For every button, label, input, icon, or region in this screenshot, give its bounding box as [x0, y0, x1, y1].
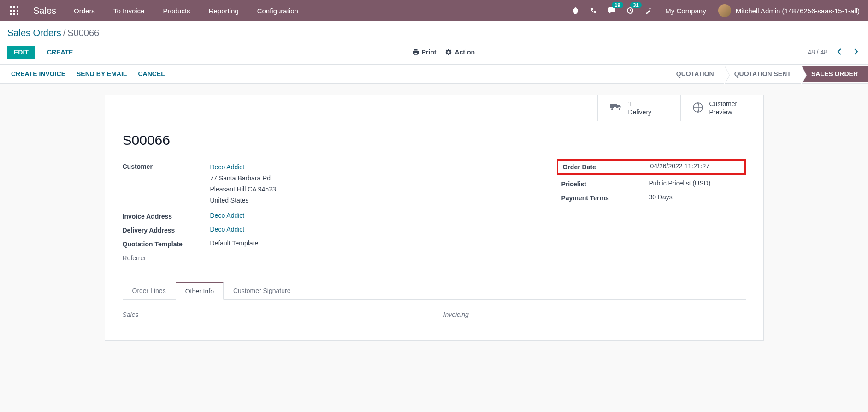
- field-referrer: Referrer: [123, 253, 543, 262]
- label-invoice-address: Invoice Address: [123, 212, 210, 220]
- chevron-right-icon: [853, 48, 859, 55]
- delivery-address-link[interactable]: Deco Addict: [210, 226, 245, 233]
- svg-rect-8: [17, 13, 18, 15]
- field-payment-terms: Payment Terms 30 Days: [561, 193, 746, 202]
- tabs: Order Lines Other Info Customer Signatur…: [123, 282, 746, 300]
- order-name: S00066: [123, 132, 746, 148]
- customer-addr-line2: Pleasant Hill CA 94523: [210, 185, 276, 193]
- action-label: Action: [455, 48, 475, 56]
- statusbar-row: CREATE INVOICE SEND BY EMAIL CANCEL QUOT…: [0, 64, 868, 84]
- value-pricelist: Public Pricelist (USD): [649, 179, 746, 187]
- menu-configuration[interactable]: Configuration: [248, 0, 307, 21]
- svg-rect-5: [17, 10, 18, 12]
- create-button[interactable]: CREATE: [41, 46, 80, 59]
- cp-right: 48 / 48: [808, 46, 861, 59]
- tab-customer-signature[interactable]: Customer Signature: [224, 282, 301, 300]
- delivery-stat-button[interactable]: 1 Delivery: [597, 95, 680, 121]
- label-delivery-address: Delivery Address: [123, 226, 210, 234]
- value-quotation-template: Default Template: [210, 239, 543, 247]
- svg-rect-0: [10, 6, 12, 8]
- value-order-date: 04/26/2022 11:21:27: [650, 162, 740, 170]
- tab-other-info[interactable]: Other Info: [176, 282, 224, 300]
- customer-addr-line1: 77 Santa Barbara Rd: [210, 174, 271, 182]
- preview-label1: Customer: [709, 100, 738, 108]
- sheet-body: S00066 Customer Deco Addict 77 Santa Bar…: [105, 121, 763, 340]
- user-name-label: Mitchell Admin (14876256-saas-15-1-all): [736, 7, 860, 15]
- pager-next[interactable]: [851, 46, 861, 59]
- breadcrumb: Sales Orders / S00066: [7, 28, 861, 38]
- value-payment-terms: 30 Days: [649, 193, 746, 201]
- breadcrumb-sep: /: [63, 28, 66, 38]
- breadcrumb-root[interactable]: Sales Orders: [7, 28, 61, 38]
- activities-icon[interactable]: 31: [621, 0, 639, 21]
- chevron-left-icon: [837, 48, 842, 55]
- apps-icon[interactable]: [4, 6, 25, 15]
- menu-reporting[interactable]: Reporting: [200, 0, 248, 21]
- globe-icon: [693, 102, 703, 114]
- truck-icon: [610, 103, 622, 113]
- delivery-label: Delivery: [628, 108, 652, 116]
- form-columns: Customer Deco Addict 77 Santa Barbara Rd…: [123, 162, 746, 267]
- cancel-button[interactable]: CANCEL: [132, 70, 170, 78]
- customer-link[interactable]: Deco Addict: [210, 163, 245, 171]
- print-button[interactable]: Print: [413, 48, 437, 56]
- svg-rect-3: [10, 10, 12, 12]
- button-box: 1 Delivery Customer Preview: [105, 95, 763, 121]
- status-quotation[interactable]: QUOTATION: [666, 66, 724, 82]
- field-pricelist: Pricelist Public Pricelist (USD): [561, 179, 746, 188]
- status-sales-order[interactable]: SALES ORDER: [801, 66, 868, 82]
- bug-icon[interactable]: [566, 0, 585, 21]
- field-quotation-template: Quotation Template Default Template: [123, 239, 543, 248]
- tab-order-lines[interactable]: Order Lines: [123, 282, 176, 300]
- field-customer: Customer Deco Addict 77 Santa Barbara Rd…: [123, 162, 543, 206]
- customer-addr-line3: United States: [210, 197, 249, 204]
- pager-prev[interactable]: [835, 46, 844, 59]
- edit-button[interactable]: EDIT: [7, 46, 35, 59]
- company-selector[interactable]: My Company: [658, 7, 713, 15]
- field-delivery-address: Delivery Address Deco Addict: [123, 226, 543, 234]
- create-invoice-button[interactable]: CREATE INVOICE: [7, 70, 71, 78]
- sheet-container: 1 Delivery Customer Preview S00066: [0, 84, 868, 341]
- label-quotation-template: Quotation Template: [123, 239, 210, 248]
- invoice-address-link[interactable]: Deco Addict: [210, 212, 245, 219]
- action-button[interactable]: Action: [445, 48, 475, 56]
- svg-rect-4: [13, 10, 15, 12]
- statusbar: QUOTATION QUOTATION SENT SALES ORDER: [666, 66, 868, 82]
- user-menu[interactable]: Mitchell Admin (14876256-saas-15-1-all): [714, 4, 864, 17]
- pager-text[interactable]: 48 / 48: [808, 48, 827, 56]
- delivery-count: 1: [628, 100, 652, 108]
- control-panel: Sales Orders / S00066 EDIT CREATE Print …: [0, 21, 868, 64]
- send-by-email-button[interactable]: SEND BY EMAIL: [71, 70, 132, 78]
- action-buttons: CREATE INVOICE SEND BY EMAIL CANCEL: [0, 65, 178, 83]
- messaging-icon[interactable]: 19: [602, 0, 621, 21]
- nav-menu: Orders To Invoice Products Reporting Con…: [65, 0, 307, 21]
- menu-products[interactable]: Products: [154, 0, 199, 21]
- label-payment-terms: Payment Terms: [561, 193, 649, 202]
- label-pricelist: Pricelist: [561, 179, 649, 188]
- svg-rect-6: [10, 13, 12, 15]
- cp-left: EDIT CREATE: [7, 46, 79, 59]
- customer-preview-button[interactable]: Customer Preview: [680, 95, 763, 121]
- breadcrumb-current: S00066: [67, 28, 99, 38]
- tab-col-sales: Sales: [123, 311, 425, 318]
- delivery-stat-text: 1 Delivery: [628, 100, 652, 116]
- print-icon: [413, 49, 419, 55]
- field-invoice-address: Invoice Address Deco Addict: [123, 212, 543, 220]
- status-quotation-sent[interactable]: QUOTATION SENT: [724, 66, 801, 82]
- section-invoicing-title: Invoicing: [443, 311, 469, 318]
- tab-col-invoicing: Invoicing: [443, 311, 746, 318]
- navbar-right: 19 31 My Company Mitchell Admin (1487625…: [566, 0, 864, 21]
- app-name[interactable]: Sales: [25, 6, 65, 16]
- tools-icon[interactable]: [639, 0, 658, 21]
- menu-orders[interactable]: Orders: [65, 0, 104, 21]
- gear-icon: [445, 49, 452, 55]
- cp-buttons-row: EDIT CREATE Print Action 48 / 48: [7, 46, 861, 64]
- label-order-date: Order Date: [563, 162, 650, 171]
- svg-rect-1: [13, 6, 15, 8]
- menu-to-invoice[interactable]: To Invoice: [104, 0, 154, 21]
- cp-center: Print Action: [413, 48, 475, 56]
- label-referrer: Referrer: [123, 253, 210, 262]
- svg-rect-2: [17, 6, 18, 8]
- phone-icon[interactable]: [585, 0, 602, 21]
- form-col-left: Customer Deco Addict 77 Santa Barbara Rd…: [123, 162, 543, 267]
